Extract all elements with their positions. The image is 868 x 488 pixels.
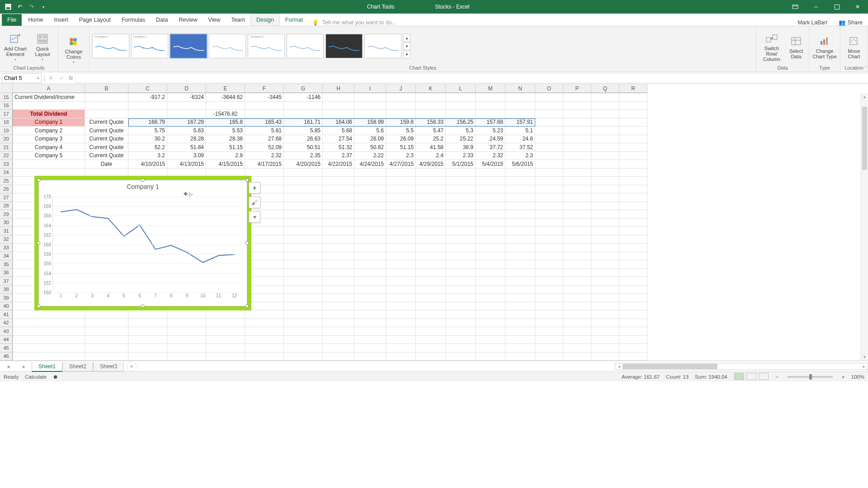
column-header-K[interactable]: K xyxy=(416,84,446,93)
cell-N19[interactable]: 5.1 xyxy=(505,127,535,135)
cell-O24[interactable] xyxy=(535,169,563,177)
cell-P31[interactable] xyxy=(563,227,591,235)
cell-Q43[interactable] xyxy=(591,327,619,336)
cell-B44[interactable] xyxy=(85,336,128,344)
cell-I22[interactable]: 2.22 xyxy=(354,152,386,160)
cell-D22[interactable]: 3.09 xyxy=(167,152,206,160)
cell-N32[interactable] xyxy=(505,235,535,244)
cell-F45[interactable] xyxy=(245,344,284,352)
cell-H19[interactable]: 5.68 xyxy=(323,127,354,135)
cell-Q45[interactable] xyxy=(591,344,619,352)
cell-I39[interactable] xyxy=(354,294,386,302)
cell-K19[interactable]: 5.47 xyxy=(416,127,446,135)
column-header-A[interactable]: A xyxy=(13,84,85,93)
cell-A44[interactable] xyxy=(13,336,85,344)
cell-B43[interactable] xyxy=(85,327,128,336)
horizontal-scrollbar[interactable]: ◂ ▸ xyxy=(615,363,868,370)
column-header-R[interactable]: R xyxy=(619,84,647,93)
row-header-27[interactable]: 27 xyxy=(0,193,13,202)
chart-handle[interactable] xyxy=(141,178,144,182)
column-header-O[interactable]: O xyxy=(535,84,563,93)
tab-format[interactable]: Format xyxy=(280,14,309,26)
cell-K15[interactable] xyxy=(416,93,446,102)
cell-H34[interactable] xyxy=(323,252,354,261)
cell-J37[interactable] xyxy=(386,277,416,286)
cell-G45[interactable] xyxy=(284,344,323,352)
cell-L46[interactable] xyxy=(446,352,476,361)
cell-O38[interactable] xyxy=(535,286,563,294)
cell-Q15[interactable] xyxy=(591,93,619,102)
cell-L32[interactable] xyxy=(446,235,476,244)
cell-Q37[interactable] xyxy=(591,277,619,286)
cell-C44[interactable] xyxy=(128,336,167,344)
column-header-B[interactable]: B xyxy=(85,84,128,93)
cell-O29[interactable] xyxy=(535,210,563,219)
cell-F19[interactable]: 5.81 xyxy=(245,127,284,135)
cell-H18[interactable]: 164.06 xyxy=(323,118,354,127)
cell-J20[interactable]: 26.09 xyxy=(386,135,416,144)
cell-E20[interactable]: 28.38 xyxy=(206,135,245,144)
cell-N20[interactable]: 24.6 xyxy=(505,135,535,144)
cell-J44[interactable] xyxy=(386,336,416,344)
cell-P40[interactable] xyxy=(563,302,591,311)
cell-K24[interactable] xyxy=(416,169,446,177)
cell-J22[interactable]: 2.3 xyxy=(386,152,416,160)
cell-G25[interactable] xyxy=(284,177,323,185)
cell-I30[interactable] xyxy=(354,219,386,227)
cell-I38[interactable] xyxy=(354,286,386,294)
column-header-L[interactable]: L xyxy=(446,84,476,93)
chart-style-4[interactable] xyxy=(209,34,246,58)
cell-N16[interactable] xyxy=(505,102,535,110)
cell-R18[interactable] xyxy=(619,118,647,127)
cell-A41[interactable] xyxy=(13,310,85,319)
cell-E15[interactable]: -3644.62 xyxy=(206,93,245,102)
cell-I33[interactable] xyxy=(354,244,386,252)
cell-Q42[interactable] xyxy=(591,319,619,328)
cell-G26[interactable] xyxy=(284,185,323,194)
cell-K39[interactable] xyxy=(416,294,446,302)
cell-H28[interactable] xyxy=(323,202,354,211)
cell-M36[interactable] xyxy=(476,269,505,277)
cell-M20[interactable]: 24.59 xyxy=(476,135,505,144)
cell-E44[interactable] xyxy=(206,336,245,344)
scroll-down-icon[interactable]: ▾ xyxy=(861,353,868,361)
cell-H27[interactable] xyxy=(323,193,354,202)
cell-L36[interactable] xyxy=(446,269,476,277)
cell-N29[interactable] xyxy=(505,210,535,219)
vertical-scrollbar[interactable]: ▴ ▾ xyxy=(861,93,868,361)
cell-G39[interactable] xyxy=(284,294,323,302)
cell-D16[interactable] xyxy=(167,102,206,110)
cell-E22[interactable]: 2.9 xyxy=(206,152,245,160)
cell-P33[interactable] xyxy=(563,244,591,252)
cell-O41[interactable] xyxy=(535,310,563,319)
cell-F46[interactable] xyxy=(245,352,284,361)
cell-L22[interactable]: 2.33 xyxy=(446,152,476,160)
cell-K37[interactable] xyxy=(416,277,446,286)
row-header-23[interactable]: 23 xyxy=(0,160,13,169)
cell-K21[interactable]: 41.58 xyxy=(416,143,446,152)
cell-F44[interactable] xyxy=(245,336,284,344)
cell-C17[interactable] xyxy=(128,110,167,118)
cell-Q32[interactable] xyxy=(591,235,619,244)
tab-insert[interactable]: Insert xyxy=(49,14,74,26)
cell-B19[interactable]: Current Quote xyxy=(85,127,128,135)
cell-I15[interactable] xyxy=(354,93,386,102)
cell-O20[interactable] xyxy=(535,135,563,144)
cell-N43[interactable] xyxy=(505,327,535,336)
cell-L37[interactable] xyxy=(446,277,476,286)
cell-D42[interactable] xyxy=(167,319,206,328)
cell-Q24[interactable] xyxy=(591,169,619,177)
cell-I25[interactable] xyxy=(354,177,386,185)
cell-R24[interactable] xyxy=(619,169,647,177)
tab-file[interactable]: File xyxy=(2,14,22,26)
cell-D43[interactable] xyxy=(167,327,206,336)
cell-G33[interactable] xyxy=(284,244,323,252)
cell-Q26[interactable] xyxy=(591,185,619,194)
cell-P24[interactable] xyxy=(563,169,591,177)
tab-review[interactable]: Review xyxy=(173,14,203,26)
cell-G46[interactable] xyxy=(284,352,323,361)
cell-L33[interactable] xyxy=(446,244,476,252)
tab-formulas[interactable]: Formulas xyxy=(116,14,151,26)
cell-G29[interactable] xyxy=(284,210,323,219)
cell-Q46[interactable] xyxy=(591,352,619,361)
